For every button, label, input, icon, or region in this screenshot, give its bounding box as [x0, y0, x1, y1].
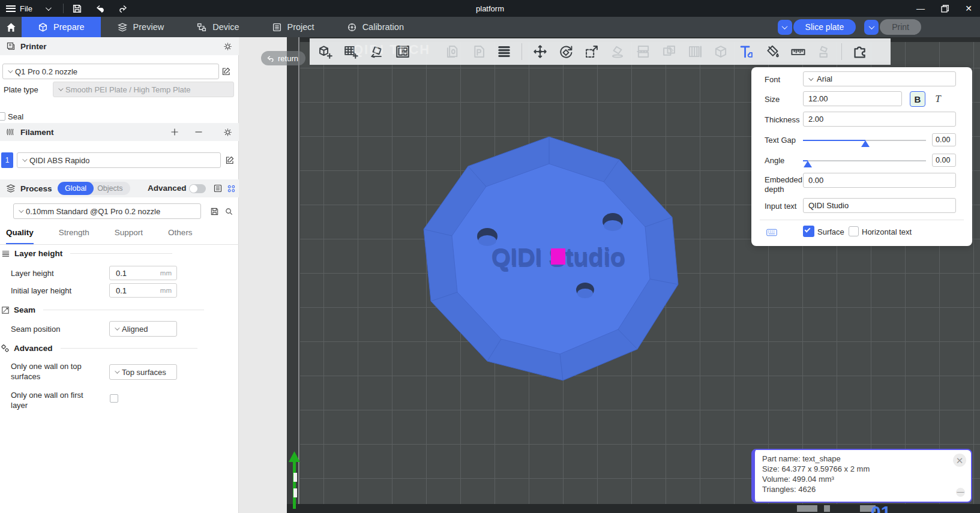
- filament-edit-icon[interactable]: [224, 155, 235, 166]
- angle-slider[interactable]: [803, 160, 926, 161]
- file-menu[interactable]: File: [20, 4, 32, 13]
- text-cursor: [551, 248, 565, 265]
- wall-top-label: Only one wall on top surfaces: [11, 361, 102, 382]
- maximize-button[interactable]: [937, 2, 952, 15]
- calibration-icon: [347, 22, 357, 32]
- bold-button[interactable]: B: [910, 91, 925, 107]
- horizontal-text-checkbox[interactable]: [849, 226, 859, 236]
- seal-label: Seal: [8, 112, 23, 121]
- plate-number-label: 01: [871, 502, 891, 513]
- wall-top-select[interactable]: Top surfaces: [109, 364, 177, 380]
- filament-add-icon[interactable]: [169, 127, 180, 137]
- size-input[interactable]: [803, 91, 902, 106]
- scope-objects[interactable]: Objects: [94, 184, 130, 193]
- printer-preset-select[interactable]: Q1 Pro 0.2 nozzle: [2, 64, 219, 79]
- seam-icon: [1, 306, 10, 314]
- y-axis-arrow: [289, 451, 300, 509]
- advanced-toggle-label: Advanced: [148, 184, 187, 193]
- tab-others[interactable]: Others: [168, 228, 193, 244]
- print-options-chevron[interactable]: [864, 20, 879, 35]
- tooltip-part-name: Part name: text_shape: [762, 454, 951, 464]
- filament-icon: [6, 127, 16, 137]
- filament-settings-gear-icon[interactable]: [222, 127, 233, 137]
- angle-value[interactable]: [932, 154, 956, 167]
- tab-device[interactable]: Device: [180, 17, 255, 37]
- layer-height-label: Layer height: [11, 269, 54, 278]
- scope-global[interactable]: Global: [58, 182, 94, 195]
- save-button[interactable]: [68, 1, 86, 16]
- sidebar: Printer Q1 Pro 0.2 nozzle Plate type Smo…: [0, 37, 239, 513]
- process-save-icon[interactable]: [209, 206, 220, 217]
- minimize-button[interactable]: —: [913, 2, 928, 15]
- printer-edit-icon[interactable]: [221, 66, 232, 77]
- wall-first-checkbox[interactable]: [110, 394, 118, 403]
- font-select[interactable]: Arial: [803, 71, 956, 86]
- seal-checkbox[interactable]: [0, 112, 5, 121]
- process-preset-select[interactable]: 0.10mm Standard @Q1 Pro 0.2 nozzle: [13, 203, 201, 219]
- embedded-depth-input[interactable]: [803, 173, 956, 188]
- text-gap-slider[interactable]: [803, 140, 926, 141]
- advanced-toggle-switch[interactable]: [189, 184, 206, 193]
- wall-first-label: Only one wall on first layer: [11, 390, 102, 410]
- seam-section: Seam: [1, 305, 204, 314]
- layer-height-section: Layer height: [1, 249, 172, 258]
- tab-support[interactable]: Support: [115, 228, 143, 244]
- input-text-field[interactable]: [803, 198, 956, 213]
- layer-height-input[interactable]: mm: [109, 266, 177, 280]
- tab-project[interactable]: Project: [256, 17, 331, 37]
- text-gap-value[interactable]: [932, 133, 956, 146]
- process-list-icon[interactable]: [212, 183, 223, 194]
- window-title: platform: [0, 4, 980, 13]
- tab-preview[interactable]: Preview: [101, 17, 181, 37]
- text-gap-label: Text Gap: [765, 136, 796, 145]
- tooltip-size: Size: 64.377 x 9.59766 x 2 mm: [762, 464, 951, 474]
- seam-position-select[interactable]: Aligned: [109, 321, 177, 337]
- undo-button[interactable]: [91, 1, 109, 16]
- prepare-cube-icon: [38, 22, 48, 32]
- slice-options-chevron[interactable]: [778, 20, 792, 35]
- process-search-icon[interactable]: [223, 206, 234, 217]
- print-button[interactable]: Print: [880, 19, 921, 35]
- tab-calibration[interactable]: Calibration: [331, 17, 420, 37]
- keyboard-icon[interactable]: [766, 227, 777, 238]
- filament-preset-select[interactable]: QIDI ABS Rapido: [17, 152, 221, 168]
- close-button[interactable]: ✕: [961, 2, 976, 15]
- plate-type-label: Plate type: [4, 85, 38, 94]
- tooltip-close-icon[interactable]: ✕: [953, 454, 966, 467]
- printer-settings-gear-icon[interactable]: [222, 41, 233, 52]
- plate-type-select[interactable]: Smooth PEI Plate / High Temp Plate: [53, 82, 234, 97]
- printer-section-header: Printer: [0, 37, 239, 55]
- model-text-shape[interactable]: QIDI Studio QIDI Studio: [424, 137, 678, 380]
- filament-remove-icon[interactable]: [193, 127, 204, 137]
- advanced-gears-icon: [0, 343, 10, 353]
- menu-icon[interactable]: [6, 5, 16, 12]
- angle-label: Angle: [765, 156, 784, 165]
- filament-slot-badge[interactable]: 1: [1, 152, 13, 168]
- embedded-depth-label: Embedded depth: [765, 175, 802, 194]
- project-list-icon: [272, 22, 282, 32]
- surface-checkbox[interactable]: [803, 226, 814, 237]
- panel-divider: [760, 220, 964, 220]
- home-button[interactable]: [0, 17, 22, 37]
- process-compare-icon[interactable]: [226, 183, 236, 194]
- preview-layers-icon: [117, 22, 128, 32]
- layer-height-icon: [1, 249, 10, 258]
- tab-quality[interactable]: Quality: [6, 228, 34, 244]
- italic-button[interactable]: T: [931, 91, 945, 107]
- seam-position-label: Seam position: [11, 325, 60, 334]
- slice-plate-button[interactable]: Slice plate: [793, 19, 856, 35]
- part-info-tooltip: Part name: text_shape Size: 64.377 x 9.5…: [751, 449, 972, 503]
- thickness-input[interactable]: [803, 112, 956, 127]
- initial-layer-height-input[interactable]: mm: [109, 283, 177, 298]
- surface-label: Surface: [817, 227, 844, 236]
- file-menu-chevron-icon[interactable]: [46, 5, 52, 11]
- process-scope-toggle[interactable]: Global Objects: [58, 182, 130, 195]
- redo-button[interactable]: [114, 1, 132, 16]
- tab-strength[interactable]: Strength: [59, 228, 89, 244]
- tab-prepare[interactable]: Prepare: [22, 17, 101, 37]
- tooltip-volume: Volume: 499.04 mm³: [762, 474, 951, 484]
- advanced-section: Advanced: [0, 343, 197, 353]
- printer-icon: [6, 41, 16, 51]
- text-tool-panel: Font Arial Size B T Thickness Text Gap A…: [751, 67, 972, 246]
- tooltip-minimize-icon[interactable]: —: [956, 488, 965, 497]
